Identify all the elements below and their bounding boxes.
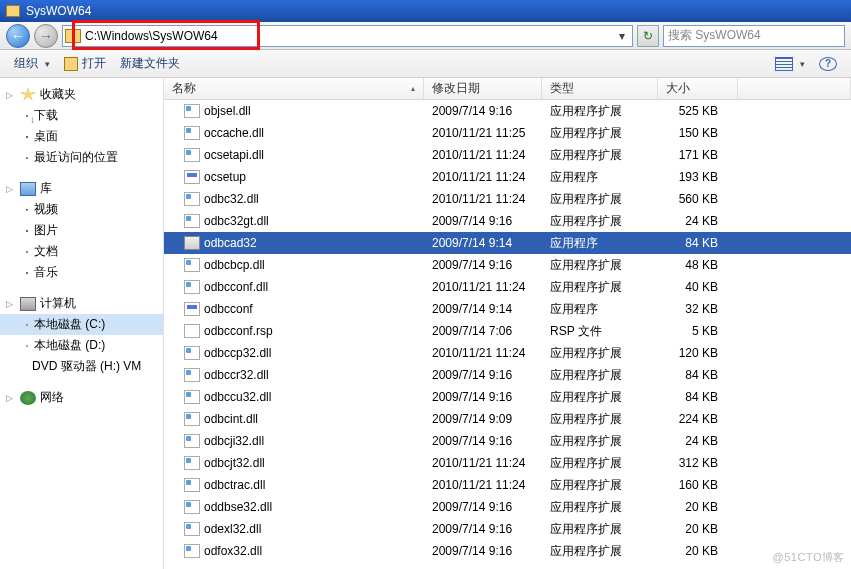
file-icon <box>184 192 200 206</box>
file-icon <box>184 456 200 470</box>
file-row[interactable]: ocsetup2010/11/21 11:24应用程序193 KB <box>164 166 851 188</box>
file-date: 2010/11/21 11:24 <box>424 192 542 206</box>
file-row[interactable]: oddbse32.dll2009/7/14 9:16应用程序扩展20 KB <box>164 496 851 518</box>
file-type: 应用程序 <box>542 169 658 186</box>
file-size: 20 KB <box>658 544 738 558</box>
file-row[interactable]: odbccp32.dll2010/11/21 11:24应用程序扩展120 KB <box>164 342 851 364</box>
sidebar-item[interactable]: 文档 <box>0 241 163 262</box>
file-size: 40 KB <box>658 280 738 294</box>
forward-button[interactable]: → <box>34 24 58 48</box>
window-title: SysWOW64 <box>26 4 91 18</box>
column-size[interactable]: 大小 <box>658 78 738 99</box>
file-name: odfox32.dll <box>204 544 262 558</box>
file-type: 应用程序扩展 <box>542 125 658 142</box>
file-list-pane: 名称▴ 修改日期 类型 大小 objsel.dll2009/7/14 9:16应… <box>164 78 851 569</box>
file-row[interactable]: ocsetapi.dll2010/11/21 11:24应用程序扩展171 KB <box>164 144 851 166</box>
column-type[interactable]: 类型 <box>542 78 658 99</box>
file-icon <box>184 104 200 118</box>
file-row[interactable]: objsel.dll2009/7/14 9:16应用程序扩展525 KB <box>164 100 851 122</box>
address-input[interactable]: C:\Windows\SysWOW64 ▾ <box>62 25 633 47</box>
drive-icon <box>26 324 28 326</box>
view-icon <box>775 57 793 71</box>
file-row[interactable]: odexl32.dll2009/7/14 9:16应用程序扩展20 KB <box>164 518 851 540</box>
file-row[interactable]: odbcbcp.dll2009/7/14 9:16应用程序扩展48 KB <box>164 254 851 276</box>
file-row[interactable]: odfox32.dll2009/7/14 9:16应用程序扩展20 KB <box>164 540 851 562</box>
sidebar-item[interactable]: 音乐 <box>0 262 163 283</box>
file-row[interactable]: odbccr32.dll2009/7/14 9:16应用程序扩展84 KB <box>164 364 851 386</box>
file-type: 应用程序扩展 <box>542 543 658 560</box>
recent-icon <box>26 157 28 159</box>
open-button[interactable]: 打开 <box>58 53 112 74</box>
file-icon <box>184 324 200 338</box>
sidebar-item[interactable]: 桌面 <box>0 126 163 147</box>
file-row[interactable]: odbcji32.dll2009/7/14 9:16应用程序扩展24 KB <box>164 430 851 452</box>
file-date: 2010/11/21 11:24 <box>424 280 542 294</box>
folder-icon <box>6 5 20 17</box>
sidebar-item-label: 图片 <box>34 222 58 239</box>
file-name: odbcad32 <box>204 236 257 250</box>
file-name: odbccu32.dll <box>204 390 271 404</box>
file-date: 2010/11/21 11:24 <box>424 456 542 470</box>
file-date: 2010/11/21 11:24 <box>424 170 542 184</box>
sidebar-computer-header[interactable]: ▷计算机 <box>0 293 163 314</box>
help-button[interactable]: ? <box>813 55 843 73</box>
file-date: 2009/7/14 9:16 <box>424 390 542 404</box>
file-size: 84 KB <box>658 368 738 382</box>
view-menu[interactable] <box>769 55 811 73</box>
search-input[interactable]: 搜索 SysWOW64 <box>663 25 845 47</box>
file-row[interactable]: odbcconf2009/7/14 9:14应用程序32 KB <box>164 298 851 320</box>
file-size: 193 KB <box>658 170 738 184</box>
file-type: 应用程序扩展 <box>542 389 658 406</box>
file-date: 2010/11/21 11:24 <box>424 148 542 162</box>
network-icon <box>20 391 36 405</box>
file-date: 2009/7/14 9:14 <box>424 302 542 316</box>
file-row[interactable]: odbc32.dll2010/11/21 11:24应用程序扩展560 KB <box>164 188 851 210</box>
file-type: 应用程序扩展 <box>542 213 658 230</box>
file-size: 20 KB <box>658 522 738 536</box>
organize-menu[interactable]: 组织 <box>8 53 56 74</box>
file-icon <box>184 478 200 492</box>
sidebar-network-header[interactable]: ▷网络 <box>0 387 163 408</box>
file-row[interactable]: odbcjt32.dll2010/11/21 11:24应用程序扩展312 KB <box>164 452 851 474</box>
sidebar-libraries-header[interactable]: ▷库 <box>0 178 163 199</box>
sidebar-item[interactable]: 视频 <box>0 199 163 220</box>
new-folder-button[interactable]: 新建文件夹 <box>114 53 186 74</box>
file-row[interactable]: odbcint.dll2009/7/14 9:09应用程序扩展224 KB <box>164 408 851 430</box>
file-type: 应用程序扩展 <box>542 477 658 494</box>
column-name[interactable]: 名称▴ <box>164 78 424 99</box>
file-row[interactable]: odbccu32.dll2009/7/14 9:16应用程序扩展84 KB <box>164 386 851 408</box>
file-icon <box>184 412 200 426</box>
sidebar-item[interactable]: 最近访问的位置 <box>0 147 163 168</box>
address-dropdown-icon[interactable]: ▾ <box>614 29 630 43</box>
sidebar-item[interactable]: 下载 <box>0 105 163 126</box>
file-icon <box>184 544 200 558</box>
file-date: 2010/11/21 11:25 <box>424 126 542 140</box>
file-list[interactable]: objsel.dll2009/7/14 9:16应用程序扩展525 KBocca… <box>164 100 851 569</box>
file-row[interactable]: occache.dll2010/11/21 11:25应用程序扩展150 KB <box>164 122 851 144</box>
file-date: 2009/7/14 9:16 <box>424 544 542 558</box>
file-date: 2009/7/14 9:16 <box>424 214 542 228</box>
file-size: 24 KB <box>658 434 738 448</box>
file-type: 应用程序扩展 <box>542 103 658 120</box>
sidebar-item[interactable]: 本地磁盘 (C:) <box>0 314 163 335</box>
file-date: 2009/7/14 9:16 <box>424 522 542 536</box>
file-size: 160 KB <box>658 478 738 492</box>
file-row[interactable]: odbc32gt.dll2009/7/14 9:16应用程序扩展24 KB <box>164 210 851 232</box>
music-icon <box>26 272 28 274</box>
file-name: odbccp32.dll <box>204 346 271 360</box>
file-size: 224 KB <box>658 412 738 426</box>
file-row[interactable]: odbcconf.rsp2009/7/14 7:06RSP 文件5 KB <box>164 320 851 342</box>
address-path: C:\Windows\SysWOW64 <box>85 29 614 43</box>
file-row[interactable]: odbcconf.dll2010/11/21 11:24应用程序扩展40 KB <box>164 276 851 298</box>
file-name: odbc32.dll <box>204 192 259 206</box>
file-row[interactable]: odbcad322009/7/14 9:14应用程序84 KB <box>164 232 851 254</box>
sidebar-item[interactable]: DVD 驱动器 (H:) VM <box>0 356 163 377</box>
sidebar-item[interactable]: 本地磁盘 (D:) <box>0 335 163 356</box>
sidebar-favorites-header[interactable]: ▷收藏夹 <box>0 84 163 105</box>
back-button[interactable]: ← <box>6 24 30 48</box>
file-row[interactable]: odbctrac.dll2010/11/21 11:24应用程序扩展160 KB <box>164 474 851 496</box>
refresh-button[interactable]: ↻ <box>637 25 659 47</box>
sidebar-item[interactable]: 图片 <box>0 220 163 241</box>
file-name: ocsetup <box>204 170 246 184</box>
column-date[interactable]: 修改日期 <box>424 78 542 99</box>
